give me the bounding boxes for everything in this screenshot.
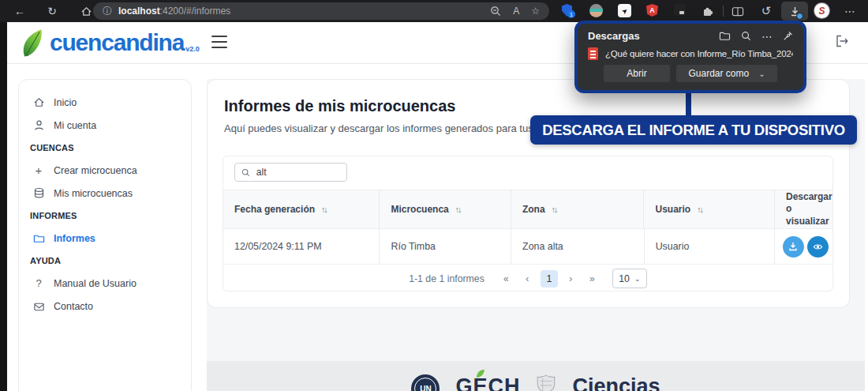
sidebar-item-contacto[interactable]: Contacto xyxy=(19,295,191,318)
cell-usuario: Usuario xyxy=(644,229,775,264)
save-as-button[interactable]: Guardar como ⌄ xyxy=(676,65,777,82)
sidebar-label: Manual de Usuario xyxy=(54,278,137,289)
send-extension-icon[interactable]: ➤ xyxy=(618,4,631,17)
extension-badge: 1 xyxy=(567,10,575,18)
download-report-button[interactable] xyxy=(783,236,804,258)
open-folder-icon[interactable] xyxy=(719,31,731,41)
sidebar-label: Mis microcuencas xyxy=(54,188,133,199)
split-glyph xyxy=(731,6,744,17)
sort-icon[interactable]: ↑↓ xyxy=(697,205,702,214)
download-item-message: ¿Qué quiere hacer con Informe_Río Timba_… xyxy=(605,49,793,58)
sort-icon[interactable]: ↑↓ xyxy=(552,205,557,214)
gech-logo: GECH xyxy=(455,376,520,391)
view-report-button[interactable] xyxy=(807,236,829,258)
leaf-icon xyxy=(18,28,47,59)
browser-menu-icon[interactable]: ⋯ xyxy=(840,0,860,22)
column-label: Zona xyxy=(522,204,545,215)
first-page-button[interactable]: « xyxy=(496,273,517,284)
next-page-button[interactable]: › xyxy=(560,273,582,284)
current-page[interactable]: 1 xyxy=(541,270,558,288)
address-bar[interactable]: ⓘ localhost:4200/#/informes A ☆ xyxy=(93,2,549,20)
page-size-value: 10 xyxy=(619,273,630,284)
brand-name: cuencandina xyxy=(50,28,184,58)
downloads-more-icon[interactable]: ⋯ xyxy=(761,32,773,40)
page-size-select[interactable]: 10 ⌄ xyxy=(612,269,647,288)
history-icon[interactable]: ↺ xyxy=(756,0,776,22)
dark-extension-icon[interactable] xyxy=(674,4,686,16)
search-downloads-icon[interactable] xyxy=(741,31,751,41)
column-label: Descargar o visualizar xyxy=(786,191,833,228)
split-screen-icon[interactable] xyxy=(728,0,748,22)
extensions-puzzle-icon[interactable] xyxy=(698,0,718,22)
column-header-descargar: Descargar o visualizar xyxy=(774,190,832,228)
chevron-down-icon: ⌄ xyxy=(758,70,765,78)
university-crest-icon xyxy=(536,374,556,391)
column-header-usuario[interactable]: Usuario ↑↓ xyxy=(643,190,774,228)
read-aloud-icon[interactable]: A xyxy=(513,6,519,17)
logout-glyph xyxy=(833,33,851,49)
table-row: 12/05/2024 9:11 PM Río Timba Zona alta U… xyxy=(223,229,832,265)
main-content: Informes de mis microcuencas Aquí puedes… xyxy=(207,79,850,308)
gech-text: GECH xyxy=(455,374,520,391)
sidebar-item-informes[interactable]: Informes xyxy=(19,227,191,250)
logout-icon[interactable] xyxy=(833,33,851,49)
browser-titlebar: ← ↻ ⓘ localhost:4200/#/informes A ☆ 1 ➤ … xyxy=(0,0,868,22)
sidebar-item-inicio[interactable]: Inicio xyxy=(19,91,191,114)
save-as-label: Guardar como xyxy=(688,68,749,79)
footer: UN GECH Ciencias xyxy=(207,361,865,391)
downloads-actions: ⋯ xyxy=(719,31,793,41)
downloads-button[interactable] xyxy=(781,2,808,21)
sidebar-section-cuencas: CUENCAS xyxy=(19,137,191,159)
downloads-popup-header: Descargas ⋯ xyxy=(588,30,793,42)
eye-icon xyxy=(812,242,824,252)
search-input[interactable] xyxy=(255,166,340,179)
profile-avatar[interactable]: S xyxy=(814,3,829,18)
un-seal-logo: UN xyxy=(411,374,440,391)
download-item[interactable]: ¿Qué quiere hacer con Informe_Río Timba_… xyxy=(588,47,793,60)
gech-leaf-icon xyxy=(476,369,485,378)
favorite-star-icon[interactable]: ☆ xyxy=(531,6,540,17)
home-icon xyxy=(32,96,45,108)
angular-extension-icon[interactable]: A xyxy=(646,4,658,17)
search-icon xyxy=(241,167,250,178)
sort-icon[interactable]: ↑↓ xyxy=(455,205,461,214)
person-icon xyxy=(32,119,45,131)
database-icon xyxy=(32,187,45,199)
sidebar-item-mis-microcuencas[interactable]: Mis microcuencas xyxy=(19,182,191,205)
sidebar-label: Contacto xyxy=(54,301,93,312)
table-header-row: Fecha generación ↑↓ Microcuenca ↑↓ Zona … xyxy=(223,190,832,229)
download-icon xyxy=(788,241,799,252)
avatar-extension-icon[interactable] xyxy=(589,4,603,17)
sidebar-item-manual[interactable]: ? Manual de Usuario xyxy=(19,272,191,295)
open-button[interactable]: Abrir xyxy=(604,65,670,82)
address-bar-actions: A ☆ xyxy=(490,6,540,17)
column-label: Fecha generación xyxy=(234,204,315,215)
back-icon[interactable]: ← xyxy=(9,0,30,22)
column-header-zona[interactable]: Zona ↑↓ xyxy=(511,190,644,228)
brand-logo[interactable]: cuencandina v2.0 xyxy=(20,28,200,58)
sidebar-label: Informes xyxy=(54,233,95,244)
prev-page-button[interactable]: ‹ xyxy=(517,273,538,284)
column-label: Usuario xyxy=(655,204,690,215)
search-box[interactable] xyxy=(234,163,347,182)
cell-zona: Zona alta xyxy=(511,229,644,264)
brand-version: v2.0 xyxy=(185,45,200,58)
puzzle-glyph xyxy=(702,5,714,17)
last-page-button[interactable]: » xyxy=(582,273,603,284)
screen: ← ↻ ⓘ localhost:4200/#/informes A ☆ 1 ➤ … xyxy=(0,0,868,391)
pagination: 1-1 de 1 informes « ‹ 1 › » 10 ⌄ xyxy=(223,265,832,291)
sidebar: Inicio Mi cuenta CUENCAS + Crear microcu… xyxy=(18,79,192,391)
sort-icon[interactable]: ↑↓ xyxy=(321,205,327,214)
sidebar-item-mi-cuenta[interactable]: Mi cuenta xyxy=(19,114,191,137)
sidebar-item-crear-microcuenca[interactable]: + Crear microcuenca xyxy=(19,159,191,182)
url-text[interactable]: localhost:4200/#/informes xyxy=(118,6,230,17)
site-info-icon[interactable]: ⓘ xyxy=(103,5,112,18)
page-title: Informes de mis microcuencas xyxy=(224,97,455,115)
pin-icon[interactable] xyxy=(783,31,793,41)
zoom-out-icon[interactable] xyxy=(490,6,501,17)
menu-hamburger-icon[interactable] xyxy=(211,36,227,48)
chevron-down-icon: ⌄ xyxy=(634,275,641,283)
refresh-icon[interactable]: ↻ xyxy=(42,0,62,22)
column-header-microcuenca[interactable]: Microcuenca ↑↓ xyxy=(379,190,511,228)
column-header-fecha[interactable]: Fecha generación ↑↓ xyxy=(223,190,379,228)
